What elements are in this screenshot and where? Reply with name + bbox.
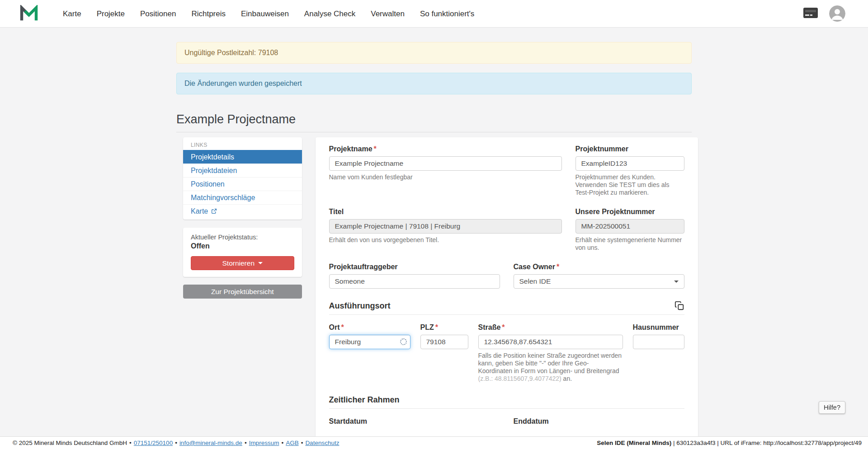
person-icon	[829, 5, 845, 22]
plz-label-text: PLZ	[420, 323, 434, 331]
footer-separator: •	[281, 440, 283, 446]
sidebar-link-projektdetails[interactable]: Projektdetails	[183, 150, 302, 164]
sidebar-link-positionen[interactable]: Positionen	[183, 177, 302, 191]
projektname-label: Projektname*	[329, 145, 562, 154]
nav-item-richtpreis: Richtpreis	[184, 0, 233, 28]
footer-separator: •	[245, 440, 247, 446]
case-owner-selected-value: Selen IDE	[519, 277, 551, 285]
ort-input[interactable]	[329, 335, 410, 349]
case-owner-select[interactable]: Selen IDE	[514, 274, 684, 289]
titel-label: Titel	[329, 207, 562, 216]
footer-session-owner: Selen IDE (Mineral Minds)	[597, 440, 671, 446]
project-status-panel: Aktueller Projektstatus: Offen Storniere…	[183, 228, 302, 277]
projektauftraggeber-input[interactable]	[329, 274, 500, 289]
strasse-help-suffix: an.	[561, 375, 572, 382]
copy-address-button[interactable]	[675, 301, 684, 311]
required-marker: *	[341, 323, 344, 331]
field-case-owner: Case Owner* Selen IDE	[514, 262, 684, 289]
nav-link-verwalten[interactable]: Verwalten	[363, 0, 412, 28]
nav-item-einbauweisen: Einbauweisen	[233, 0, 297, 28]
footer-datenschutz-link[interactable]: Datenschutz	[305, 440, 339, 446]
brand-logo[interactable]	[20, 5, 38, 22]
project-status-label: Aktueller Projektstatus:	[191, 234, 294, 241]
footer-separator: •	[301, 440, 303, 446]
nav-link-richtpreis[interactable]: Richtpreis	[184, 0, 233, 28]
project-form-panel: Projektname* Name vom Kunden festlegbar …	[316, 137, 698, 449]
user-avatar[interactable]	[829, 5, 845, 22]
top-navbar: Karte Projekte Positionen Richtpreis Ein…	[0, 0, 868, 28]
projektname-input[interactable]	[329, 156, 562, 171]
sidebar-item-projektdateien: Projektdateien	[183, 164, 302, 177]
unsere-projektnummer-label: Unsere Projektnummer	[576, 207, 684, 216]
footer-copyright: © 2025 Mineral Minds Deutschland GmbH	[13, 440, 127, 446]
nav-link-analyse-check[interactable]: Analyse Check	[297, 0, 363, 28]
hausnummer-label: Hausnummer	[633, 323, 684, 332]
strasse-help-example: (z.B.: 48.8115607,9.4077422)	[478, 375, 561, 382]
nav-link-einbauweisen[interactable]: Einbauweisen	[233, 0, 297, 28]
strasse-help: Falls die Position keiner Straße zugeord…	[478, 352, 623, 383]
strasse-input[interactable]	[478, 335, 623, 349]
footer-agb-link[interactable]: AGB	[286, 440, 299, 446]
page-title: Example Projectname	[176, 112, 692, 126]
nav-link-positionen[interactable]: Positionen	[132, 0, 184, 28]
field-strasse: Straße* Falls die Position keiner Straße…	[478, 323, 623, 383]
unsere-projektnummer-help: Erhält eine systemgenerierte Nummer von …	[576, 236, 684, 252]
footer-session-info: Selen IDE (Mineral Minds) | 630123a3a4f3…	[597, 440, 862, 446]
chevron-down-icon	[674, 281, 679, 283]
sidebar-link-projektdateien[interactable]: Projektdateien	[183, 164, 302, 177]
nav-link-projekte[interactable]: Projekte	[89, 0, 132, 28]
unsere-projektnummer-input	[576, 219, 684, 234]
nav-item-so-funktionierts: So funktioniert's	[412, 0, 482, 28]
plz-input[interactable]	[420, 335, 468, 349]
info-alert-text: Die Änderungen wurden gespeichert	[184, 80, 302, 87]
nav-item-verwalten: Verwalten	[363, 0, 412, 28]
field-unsere-projektnummer: Unsere Projektnummer Erhält eine systemg…	[576, 207, 684, 252]
zeitlicher-rahmen-heading: Zeitlicher Rahmen	[329, 395, 400, 405]
ort-label: Ort*	[329, 323, 410, 332]
projektnummer-input[interactable]	[576, 156, 684, 171]
nav-item-positionen: Positionen	[132, 0, 184, 28]
field-plz: PLZ*	[420, 323, 468, 349]
footer-impressum-link[interactable]: Impressum	[249, 440, 279, 446]
case-owner-label-text: Case Owner	[514, 263, 555, 271]
card-icon[interactable]	[803, 7, 818, 20]
sidebar-link-karte[interactable]: Karte	[183, 204, 302, 218]
required-marker: *	[557, 263, 559, 271]
copy-icon	[675, 301, 684, 311]
caret-down-icon	[258, 262, 263, 264]
field-projektnummer: Projektnummer Projektnummer des Kunden. …	[576, 145, 684, 196]
stornieren-button[interactable]: Stornieren	[191, 256, 294, 270]
projektnummer-label: Projektnummer	[576, 145, 684, 154]
field-ort: Ort*	[329, 323, 410, 349]
sidebar-link-karte-label: Karte	[191, 207, 208, 215]
page-header: Example Projectname	[176, 112, 692, 132]
strasse-label-text: Straße	[478, 323, 501, 331]
field-hausnummer: Hausnummer	[633, 323, 684, 349]
footer-email-link[interactable]: info@mineral-minds.de	[179, 440, 242, 446]
help-button[interactable]: Hilfe?	[819, 401, 845, 414]
footer-phone-link[interactable]: 07151/250100	[134, 440, 173, 446]
warning-alert-text: Ungültige Postleitzahl: 79108	[184, 49, 278, 56]
field-titel: Titel Erhält den von uns vorgegebenen Ti…	[329, 207, 562, 244]
sidebar-links-panel: LINKS Projektdetails Projektdateien Posi…	[183, 137, 302, 220]
external-link-icon	[211, 208, 217, 214]
zeitlicher-rahmen-section-header: Zeitlicher Rahmen	[329, 395, 684, 409]
projektnummer-help: Projektnummer des Kunden. Verwenden Sie …	[576, 173, 684, 196]
sidebar-link-matchingvorschlaege[interactable]: Matchingvorschläge	[183, 191, 302, 204]
projektauftraggeber-label: Projektauftraggeber	[329, 262, 500, 271]
footer-separator: •	[129, 440, 132, 446]
nav-link-so-funktionierts[interactable]: So funktioniert's	[412, 0, 482, 28]
nav-link-karte[interactable]: Karte	[55, 0, 89, 28]
titel-help: Erhält den von uns vorgegebenen Titel.	[329, 236, 562, 244]
footer: © 2025 Mineral Minds Deutschland GmbH • …	[0, 436, 868, 449]
warning-alert: Ungültige Postleitzahl: 79108	[176, 42, 692, 64]
strasse-label: Straße*	[478, 323, 623, 332]
nav-item-projekte: Projekte	[89, 0, 132, 28]
enddatum-label: Enddatum	[514, 417, 684, 426]
startdatum-label: Startdatum	[329, 417, 500, 426]
projektuebersicht-button[interactable]: Zur Projektübersicht	[183, 285, 302, 299]
ort-label-text: Ort	[329, 323, 340, 331]
footer-left: © 2025 Mineral Minds Deutschland GmbH • …	[13, 440, 339, 446]
hausnummer-input[interactable]	[633, 335, 684, 349]
main-area: Ungültige Postleitzahl: 79108 Die Änderu…	[0, 28, 868, 449]
